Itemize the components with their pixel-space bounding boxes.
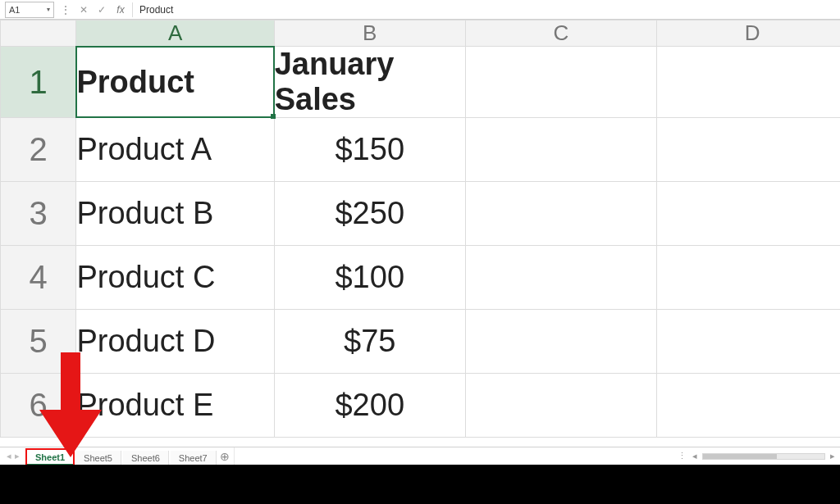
cell-A4[interactable]: Product C: [76, 246, 274, 310]
cell-B5[interactable]: $75: [274, 310, 465, 374]
sheet-tab-sheet1[interactable]: Sheet1: [26, 449, 74, 465]
row-header-1[interactable]: 1: [1, 47, 76, 118]
cancel-icon: ✕: [80, 4, 88, 16]
cell-C5[interactable]: [465, 310, 656, 374]
formula-bar-input[interactable]: Product: [135, 4, 840, 16]
name-box[interactable]: A1 ▾: [5, 2, 54, 18]
cell-value: Product: [76, 65, 194, 99]
tab-nav: ◂ ▸: [0, 447, 26, 465]
select-all-corner[interactable]: [1, 20, 76, 47]
column-header-D[interactable]: D: [657, 20, 840, 47]
cell-B3[interactable]: $250: [274, 182, 465, 246]
column-header-B[interactable]: B: [274, 20, 465, 47]
name-box-value: A1: [9, 5, 20, 15]
cell-D1[interactable]: [657, 47, 840, 118]
cell-B1[interactable]: January Sales: [274, 47, 465, 118]
cell-B4[interactable]: $100: [274, 246, 465, 310]
scroll-left-icon[interactable]: ◂: [692, 451, 697, 461]
spreadsheet-grid[interactable]: A B C D 1 Product January Sales 2: [0, 20, 840, 452]
row-header-2[interactable]: 2: [1, 118, 76, 182]
sheet-tab-sheet6[interactable]: Sheet6: [123, 451, 169, 465]
column-header-A[interactable]: A: [76, 20, 274, 47]
cell-D6[interactable]: [657, 374, 840, 438]
cell-D4[interactable]: [657, 246, 840, 310]
cell-A2[interactable]: Product A: [76, 118, 274, 182]
cell-C4[interactable]: [465, 246, 656, 310]
sheet-tab-sheet5[interactable]: Sheet5: [75, 451, 121, 465]
cell-D3[interactable]: [657, 182, 840, 246]
cell-D5[interactable]: [657, 310, 840, 374]
cell-A5[interactable]: Product D: [76, 310, 274, 374]
cell-A1[interactable]: Product: [76, 47, 274, 118]
cell-B2[interactable]: $150: [274, 118, 465, 182]
cell-D2[interactable]: [657, 118, 840, 182]
check-icon: ✓: [98, 4, 106, 16]
insert-function-button[interactable]: fx: [111, 4, 130, 16]
cell-C1[interactable]: [465, 47, 656, 118]
row-header-4[interactable]: 4: [1, 246, 76, 310]
horizontal-scrollbar[interactable]: [702, 453, 825, 460]
cell-C2[interactable]: [465, 118, 656, 182]
cell-C3[interactable]: [465, 182, 656, 246]
row-header-6[interactable]: 6: [1, 374, 76, 438]
cancel-button[interactable]: ✕: [75, 2, 93, 18]
scrollbar-thumb[interactable]: [703, 454, 777, 459]
chevron-down-icon: ▾: [47, 6, 50, 13]
scroll-right-icon[interactable]: ▸: [830, 451, 835, 461]
horizontal-scroll-area: ⋮ ◂ ▸: [673, 447, 840, 465]
sheet-tabs-strip: ◂ ▸ Sheet1 Sheet5 Sheet6 Sheet7 ⊕ ⋮ ◂ ▸: [0, 447, 840, 465]
enter-button[interactable]: ✓: [93, 2, 111, 18]
formula-bar: A1 ▾ ⋮ ✕ ✓ fx Product: [0, 0, 840, 20]
bottom-black-bar: [0, 465, 840, 504]
cell-C6[interactable]: [465, 374, 656, 438]
formula-bar-options-icon[interactable]: ⋮: [57, 4, 75, 16]
sheet-tab-sheet7[interactable]: Sheet7: [171, 451, 217, 465]
row-header-3[interactable]: 3: [1, 182, 76, 246]
divider: [132, 2, 133, 17]
new-sheet-button[interactable]: ⊕: [217, 447, 235, 465]
sheet-tabs: Sheet1 Sheet5 Sheet6 Sheet7: [26, 447, 217, 465]
tab-split-handle-icon[interactable]: ⋮: [678, 451, 687, 461]
fx-icon: fx: [116, 4, 124, 16]
cell-A6[interactable]: Product E: [76, 374, 274, 438]
tab-nav-next-icon[interactable]: ▸: [15, 451, 20, 461]
plus-circle-icon: ⊕: [220, 450, 230, 463]
column-header-C[interactable]: C: [465, 20, 656, 47]
tab-nav-prev-icon[interactable]: ◂: [7, 451, 11, 461]
cell-B6[interactable]: $200: [274, 374, 465, 438]
cell-A3[interactable]: Product B: [76, 182, 274, 246]
row-header-5[interactable]: 5: [1, 310, 76, 374]
